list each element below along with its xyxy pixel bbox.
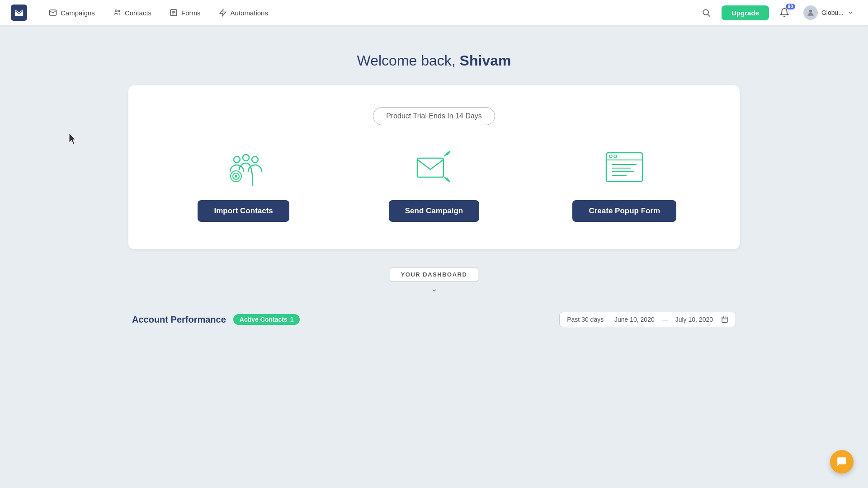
app-logo[interactable] [11, 5, 27, 21]
active-badge-count: 1 [290, 316, 294, 323]
send-campaign-icon [414, 147, 454, 188]
date-range-separator: — [662, 316, 668, 323]
search-icon [702, 8, 711, 17]
import-contacts-button[interactable]: Import Contacts [198, 200, 289, 222]
trial-badge-wrap: Product Trial Ends In 14 Days [156, 107, 712, 125]
chat-icon [836, 456, 848, 468]
account-performance: Account Performance Active Contacts 1 Pa… [128, 312, 740, 327]
svg-point-11 [243, 155, 249, 161]
trial-badge[interactable]: Product Trial Ends In 14 Days [373, 107, 495, 125]
automations-label: Automations [231, 9, 268, 17]
main-card: Product Trial Ends In 14 Days [128, 85, 740, 249]
send-campaign-button[interactable]: Send Campaign [389, 200, 479, 222]
main-content: Welcome back, Shivam Product Trial Ends … [118, 25, 750, 345]
campaigns-label: Campaigns [61, 9, 95, 17]
forms-label: Forms [181, 9, 201, 17]
cursor [69, 133, 78, 146]
welcome-prefix: Welcome back, [357, 52, 460, 69]
calendar-icon [721, 316, 728, 323]
date-range-picker[interactable]: Past 30 days June 10, 2020 — July 10, 20… [559, 312, 736, 327]
navbar: Campaigns Contacts Forms [0, 0, 868, 25]
chevron-down-icon [847, 9, 854, 16]
svg-point-19 [609, 155, 612, 158]
svg-rect-16 [417, 158, 443, 177]
dashboard-divider: YOUR DASHBOARD ⌄ [128, 267, 740, 294]
svg-point-20 [614, 155, 617, 158]
forms-icon [170, 9, 178, 17]
welcome-heading: Welcome back, Shivam [128, 52, 740, 69]
user-profile[interactable]: Globu... [800, 4, 857, 22]
contacts-label: Contacts [125, 9, 151, 17]
svg-line-8 [708, 14, 710, 17]
active-contacts-badge: Active Contacts 1 [233, 314, 300, 325]
svg-point-9 [809, 9, 812, 13]
chevron-down-icon[interactable]: ⌄ [431, 284, 438, 294]
notification-count: 90 [786, 4, 795, 9]
mail-icon [49, 9, 57, 17]
upgrade-button[interactable]: Upgrade [722, 5, 769, 20]
nav-links: Campaigns Contacts Forms [42, 5, 698, 20]
create-popup-button[interactable]: Create Popup Form [572, 200, 676, 222]
send-campaign-action: Send Campaign [346, 147, 522, 222]
nav-automations[interactable]: Automations [212, 5, 275, 20]
svg-rect-25 [722, 317, 727, 323]
svg-point-15 [235, 175, 237, 178]
date-from: June 10, 2020 [614, 316, 655, 323]
chat-widget[interactable] [830, 450, 854, 474]
svg-point-2 [118, 10, 120, 12]
contacts-icon [113, 9, 121, 17]
create-popup-icon [604, 147, 645, 188]
import-contacts-action: Import Contacts [156, 147, 331, 222]
user-name-label: Globu... [821, 9, 844, 16]
dashboard-label[interactable]: YOUR DASHBOARD [390, 267, 479, 282]
user-avatar-icon [806, 8, 815, 17]
nav-right: Upgrade 90 Globu... [698, 4, 857, 22]
nav-campaigns[interactable]: Campaigns [42, 5, 102, 20]
svg-point-12 [252, 156, 258, 163]
import-contacts-icon [223, 147, 264, 188]
search-button[interactable] [698, 5, 714, 21]
active-badge-label: Active Contacts [240, 316, 288, 323]
actions-row: Import Contacts Send Campaign [156, 147, 712, 222]
date-separator [607, 316, 611, 323]
automations-icon [219, 9, 227, 17]
date-to: July 10, 2020 [675, 316, 713, 323]
svg-point-1 [115, 10, 117, 12]
avatar [803, 5, 818, 20]
create-popup-action: Create Popup Form [537, 147, 712, 222]
account-performance-title: Account Performance [132, 314, 226, 325]
svg-point-10 [234, 156, 240, 163]
nav-forms[interactable]: Forms [162, 5, 208, 20]
welcome-name: Shivam [460, 52, 511, 69]
svg-point-7 [703, 9, 708, 15]
perf-left: Account Performance Active Contacts 1 [132, 314, 300, 325]
notifications-button[interactable]: 90 [776, 5, 793, 21]
nav-contacts[interactable]: Contacts [106, 5, 159, 20]
date-preset-label: Past 30 days [567, 316, 604, 323]
